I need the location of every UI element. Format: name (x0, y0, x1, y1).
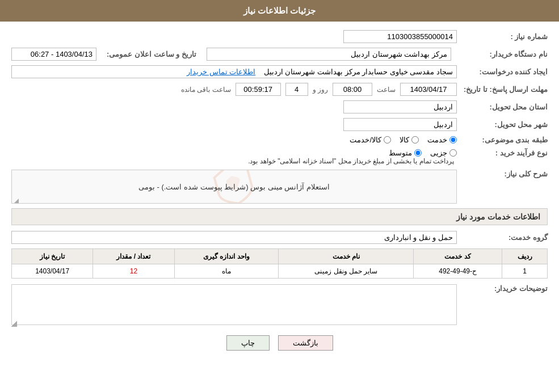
cell-quantity: 12 (93, 264, 174, 279)
cell-unit: ماه (174, 264, 279, 279)
subject-option-goods[interactable]: کالا (400, 136, 419, 144)
service-table: ردیف کد خدمت نام خدمت واحد اندازه گیری ت… (11, 248, 548, 279)
table-row: 1 ح-49-49-492 سایر حمل ونقل زمینی ماه 12… (12, 264, 548, 279)
reply-days: 4 (285, 83, 308, 96)
service-group-label: گروه خدمت: (457, 233, 548, 242)
description-row: شرح کلی نیاز: استعلام آژانس مینی بوس (شر… (11, 170, 548, 204)
need-number-label: شماره نیاز : (457, 32, 548, 41)
buyer-description-row: توضیحات خریدار: (11, 284, 548, 327)
buyer-org-label: نام دستگاه خریدار: (457, 50, 548, 58)
delivery-city-label: شهر محل تحویل: (457, 120, 548, 129)
subject-label: طبقه بندی موضوعی: (457, 136, 548, 144)
page-title: جزئیات اطلاعات نیاز (243, 6, 316, 15)
process-label-partial: جزیی (430, 149, 447, 157)
subject-label-goods: کالا (400, 136, 409, 144)
page-wrapper: جزئیات اطلاعات نیاز شماره نیاز : 1103003… (0, 0, 559, 392)
creator-label: ایجاد کننده درخواست: (457, 68, 548, 76)
col-unit: واحد اندازه گیری (174, 249, 279, 264)
reply-days-label: روز و (313, 86, 328, 94)
creator-value: سجاد مقدسی خیاوی حسابدار مرکز بهداشت شهر… (11, 65, 457, 78)
contact-link[interactable]: اطلاعات تماس خریدار (187, 68, 255, 76)
buyer-description-wrapper (11, 284, 457, 327)
buyer-description-textarea[interactable] (11, 284, 457, 325)
col-quantity: تعداد / مقدار (93, 249, 174, 264)
subject-label-service: خدمت (427, 136, 447, 144)
service-group-row: گروه خدمت: حمل و نقل و انبارداری (11, 231, 548, 244)
subject-radio-service[interactable] (449, 136, 457, 144)
content-area: شماره نیاز : 1103003855000014 نام دستگاه… (0, 22, 559, 368)
resize-handle[interactable] (13, 196, 19, 202)
col-need-date: تاریخ نیاز (12, 249, 93, 264)
reply-time-label: ساعت (377, 86, 396, 94)
print-button[interactable]: چاپ (226, 335, 270, 351)
reply-deadline-row: مهلت ارسال پاسخ: تا تاریخ: 1403/04/17 سا… (11, 83, 548, 96)
subject-radio-goods[interactable] (411, 136, 419, 144)
need-number-value: 1103003855000014 (343, 30, 457, 43)
delivery-province-row: استان محل تحویل: اردبیل (11, 100, 548, 113)
announcement-row: نام دستگاه خریدار: مرکز بهداشت شهرستان ا… (11, 48, 548, 61)
buyer-org-value: مرکز بهداشت شهرستان اردبیل (207, 48, 451, 61)
process-label-medium: متوسط (389, 149, 412, 157)
cell-service-code: ح-49-49-492 (414, 264, 502, 279)
services-section-title: اطلاعات خدمات مورد نیاز (11, 208, 548, 225)
cell-row-num: 1 (502, 264, 548, 279)
reply-deadline-inputs: 1403/04/17 ساعت 08:00 روز و 4 00:59:17 س… (181, 83, 457, 96)
subject-label-both: کالا/خدمت (350, 136, 381, 144)
need-number-row: شماره نیاز : 1103003855000014 (11, 30, 548, 43)
cell-need-date: 1403/04/17 (12, 264, 93, 279)
table-body: 1 ح-49-49-492 سایر حمل ونقل زمینی ماه 12… (12, 264, 548, 279)
description-value: استعلام آژانس مینی بوس (شرایط پیوست شده … (134, 178, 334, 196)
announcement-datetime-value: 1403/04/13 - 06:27 (11, 48, 96, 61)
description-resize-handle[interactable] (11, 321, 17, 327)
process-content: جزیی متوسط پرداخت تمام یا بخشی از مبلغ خ… (11, 149, 457, 165)
subject-row: طبقه بندی موضوعی: خدمت کالا کالا/خدمت (11, 136, 548, 144)
creator-row: ایجاد کننده درخواست: سجاد مقدسی خیاوی حس… (11, 65, 548, 78)
reply-deadline-label: مهلت ارسال پاسخ: تا تاریخ: (457, 85, 548, 94)
reply-remaining: 00:59:17 (236, 83, 281, 96)
back-button[interactable]: بازگشت (278, 335, 333, 351)
col-service-code: کد خدمت (414, 249, 502, 264)
buyer-description-label: توضیحات خریدار: (457, 284, 548, 293)
announcement-label: تاریخ و ساعت اعلان عمومی: (102, 50, 201, 58)
page-header: جزئیات اطلاعات نیاز (0, 0, 559, 22)
reply-remaining-label: ساعت باقی مانده (181, 86, 231, 94)
process-option-partial[interactable]: جزیی (430, 149, 457, 157)
delivery-province-label: استان محل تحویل: (457, 103, 548, 111)
reply-time: 08:00 (333, 83, 372, 96)
subject-radio-both[interactable] (384, 136, 391, 144)
subject-option-service[interactable]: خدمت (427, 136, 457, 144)
process-description: پرداخت تمام یا بخشی از مبلغ خریداز محل "… (11, 157, 457, 165)
delivery-city-value: اردبیل (343, 118, 457, 131)
service-group-value: حمل و نقل و انبارداری (11, 231, 457, 244)
table-header: ردیف کد خدمت نام خدمت واحد اندازه گیری ت… (12, 249, 548, 264)
process-radio-medium[interactable] (414, 149, 422, 157)
process-radio-partial[interactable] (449, 149, 457, 157)
delivery-city-row: شهر محل تحویل: اردبیل (11, 118, 548, 131)
cell-service-name: سایر حمل ونقل زمینی (279, 264, 414, 279)
button-row: بازگشت چاپ (11, 335, 548, 351)
process-option-medium[interactable]: متوسط (389, 149, 422, 157)
process-radio-group: جزیی متوسط (11, 149, 457, 157)
description-label: شرح کلی نیاز: (457, 170, 548, 204)
subject-option-both[interactable]: کالا/خدمت (350, 136, 391, 144)
process-row: نوع فرآیند خرید : جزیی متوسط پرداخت تمام… (11, 149, 548, 165)
delivery-province-value: اردبیل (343, 100, 457, 113)
subject-radio-group: خدمت کالا کالا/خدمت (350, 136, 457, 144)
process-label: نوع فرآیند خرید : (457, 149, 548, 157)
description-area: استعلام آژانس مینی بوس (شرایط پیوست شده … (11, 170, 457, 204)
col-service-name: نام خدمت (279, 249, 414, 264)
reply-date: 1403/04/17 (400, 83, 457, 96)
col-row-num: ردیف (502, 249, 548, 264)
